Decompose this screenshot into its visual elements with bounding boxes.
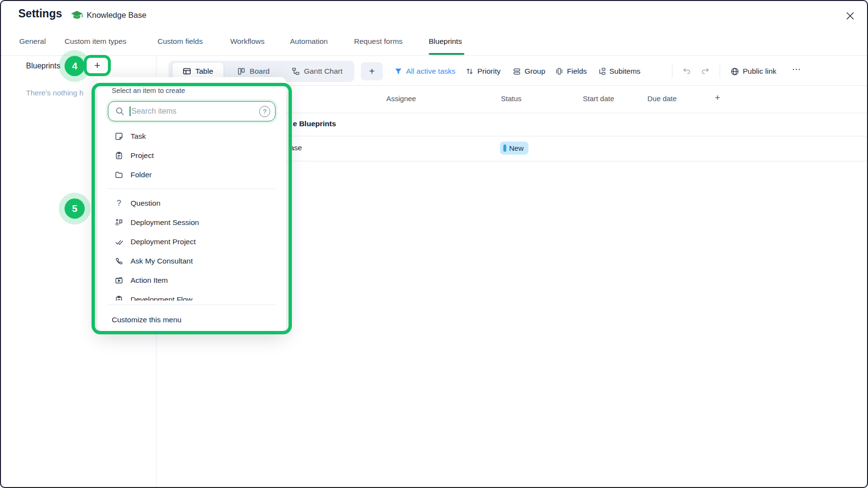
add-blueprint-button[interactable]: + — [84, 55, 111, 76]
filter-icon — [394, 67, 403, 76]
page-title: Settings — [18, 7, 62, 20]
annotation-step5: 5 — [65, 198, 85, 219]
table-group-title: e Blueprints — [293, 119, 336, 128]
sidebar-title: Blueprints — [26, 62, 60, 70]
column-header-status[interactable]: Status — [501, 94, 522, 103]
fields-icon — [555, 67, 564, 76]
add-view-button[interactable]: + — [361, 62, 383, 80]
menu-item-label: Action Item — [131, 276, 168, 285]
column-header-assignee[interactable]: Assignee — [386, 94, 416, 103]
search-input[interactable] — [108, 102, 275, 121]
group-control[interactable]: Group — [513, 65, 545, 78]
status-badge-bar — [503, 145, 506, 152]
table-view-icon — [183, 67, 191, 76]
public-link-button[interactable]: Public link — [730, 65, 776, 78]
view-tab-gantt[interactable]: Gantt Chart — [281, 63, 353, 80]
more-options-button[interactable]: ⋯ — [792, 64, 802, 75]
fields-control[interactable]: Fields — [555, 65, 587, 78]
tab-custom-item-types[interactable]: Custom item types — [65, 37, 126, 46]
view-tab-table-label: Table — [195, 67, 213, 76]
view-tab-board-label: Board — [250, 67, 269, 76]
filter-control[interactable]: All active tasks — [394, 65, 456, 78]
public-link-label: Public link — [743, 67, 776, 76]
globe-icon — [730, 67, 739, 76]
subitems-icon — [597, 67, 606, 76]
add-column-button[interactable]: + — [715, 92, 720, 103]
double-check-icon — [115, 237, 123, 246]
tabbar-divider — [1, 55, 867, 56]
sidebar-empty-text: There's nothing h — [26, 89, 83, 97]
menu-item-deployment-session[interactable]: Deployment Session — [97, 213, 286, 232]
menu-item-label: Deployment Session — [131, 218, 199, 227]
menu-item-development-flow[interactable]: Development Flow — [97, 290, 286, 301]
tab-general[interactable]: General — [19, 37, 46, 46]
tab-automation[interactable]: Automation — [290, 37, 328, 46]
development-flow-icon — [115, 295, 123, 301]
search-field: ? — [108, 101, 276, 121]
undo-icon[interactable] — [681, 66, 692, 77]
group-label: Group — [525, 67, 545, 76]
tab-blueprints[interactable]: Blueprints — [429, 37, 462, 46]
tab-request-forms[interactable]: Request forms — [354, 37, 403, 46]
toolbar-separator-2 — [720, 65, 720, 78]
dropdown-item-group-2: ? Question Deployment Session Deployment… — [97, 194, 286, 301]
menu-item-folder[interactable]: Folder — [97, 165, 286, 185]
dropdown-item-group-1: Task Project Folder — [97, 127, 286, 185]
project-icon — [115, 151, 123, 160]
sort-arrows-icon — [465, 67, 474, 76]
deployment-session-icon — [115, 218, 123, 227]
dropdown-divider-1 — [108, 188, 276, 189]
filter-label: All active tasks — [406, 67, 456, 76]
status-badge-label: New — [509, 144, 524, 152]
settings-window: Settings Knowledge Base General Custom i… — [0, 0, 868, 488]
tab-custom-fields[interactable]: Custom fields — [158, 37, 203, 46]
menu-item-label: Task — [131, 132, 146, 141]
column-header-duedate[interactable]: Due date — [647, 94, 677, 103]
tab-workflows[interactable]: Workflows — [230, 37, 264, 46]
task-icon — [115, 132, 123, 141]
menu-item-label: Folder — [131, 171, 152, 179]
menu-item-project[interactable]: Project — [97, 146, 286, 165]
close-icon[interactable] — [844, 10, 856, 22]
menu-item-label: Development Flow — [131, 295, 192, 301]
help-icon[interactable]: ? — [259, 106, 270, 117]
menu-item-label: Question — [131, 199, 160, 208]
create-item-dropdown: Select an item to create ? Task Project … — [97, 77, 286, 331]
customize-menu-button[interactable]: Customize this menu — [97, 308, 286, 331]
menu-item-question[interactable]: ? Question — [97, 194, 286, 213]
dropdown-divider-2 — [108, 304, 276, 305]
question-icon: ? — [115, 199, 123, 208]
group-icon — [513, 67, 521, 76]
column-header-startdate[interactable]: Start date — [583, 94, 614, 103]
view-tab-gantt-label: Gantt Chart — [304, 67, 342, 76]
menu-item-deployment-project[interactable]: Deployment Project — [97, 232, 286, 251]
dropdown-heading: Select an item to create — [112, 87, 185, 94]
subitems-label: Subitems — [609, 67, 641, 76]
menu-item-ask-my-consultant[interactable]: Ask My Consultant — [97, 251, 286, 271]
active-tab-underline — [429, 53, 464, 55]
redo-icon[interactable] — [700, 66, 711, 77]
priority-label: Priority — [477, 67, 500, 76]
action-item-icon — [115, 276, 123, 285]
graduation-cap-icon — [70, 10, 83, 22]
menu-item-label: Project — [131, 151, 154, 160]
fields-label: Fields — [567, 67, 587, 76]
board-view-icon — [237, 67, 246, 76]
subitems-control[interactable]: Subitems — [597, 65, 641, 78]
table-row-item-name[interactable]: ase — [290, 144, 302, 152]
status-badge[interactable]: New — [500, 142, 528, 155]
folder-icon — [115, 171, 123, 179]
menu-item-label: Ask My Consultant — [131, 257, 193, 265]
priority-sort-control[interactable]: Priority — [465, 65, 500, 78]
annotation-step4: 4 — [65, 56, 85, 76]
phone-icon — [115, 257, 123, 265]
toolbar-separator — [672, 65, 672, 78]
menu-item-task[interactable]: Task — [97, 127, 286, 146]
workspace-name: Knowledge Base — [87, 11, 146, 20]
menu-item-action-item[interactable]: Action Item — [97, 271, 286, 290]
menu-item-label: Deployment Project — [131, 237, 196, 246]
gantt-view-icon — [291, 67, 300, 76]
